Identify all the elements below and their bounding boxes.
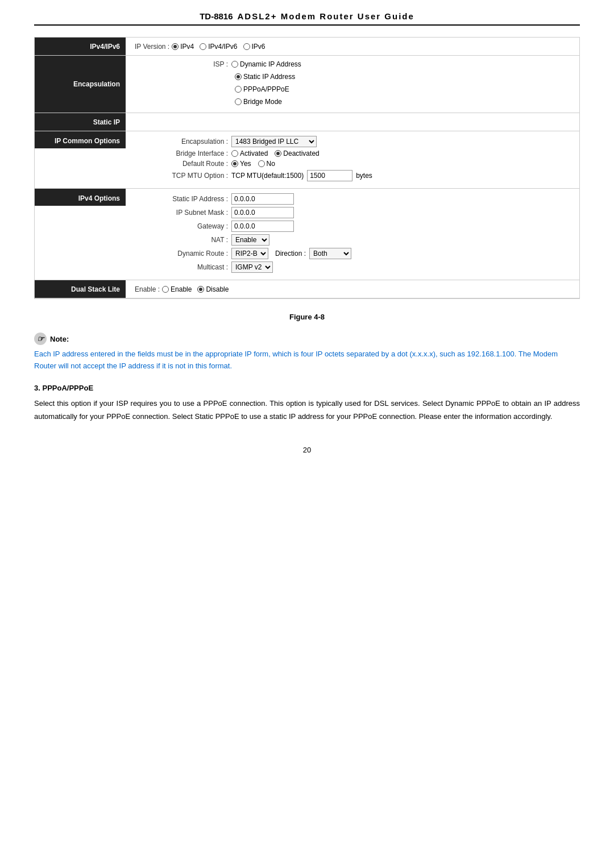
- static-ip-address-row: Static IP Address :: [135, 193, 570, 205]
- radio-disable-label: Disable: [206, 285, 229, 293]
- ip-common-options-content: Encapsulation : 1483 Bridged IP LLC Brid…: [126, 131, 579, 188]
- radio-ipv6[interactable]: IPv6: [243, 43, 265, 51]
- radio-no-label: No: [267, 160, 275, 168]
- bridge-interface-form-label: Bridge Interface :: [135, 149, 231, 157]
- gateway-value: [231, 221, 294, 232]
- tcp-mtu-input[interactable]: [307, 170, 352, 181]
- default-route-form-row: Default Route : Yes No: [135, 160, 570, 168]
- gateway-label: Gateway :: [135, 222, 231, 230]
- figure-caption: Figure 4-8: [34, 308, 580, 323]
- isp-options: Dynamic IP Address: [231, 60, 301, 68]
- radio-deactivated-circle[interactable]: [275, 150, 281, 157]
- radio-activated-label: Activated: [240, 149, 268, 157]
- enable-label: Enable :: [135, 285, 160, 293]
- ipv4-options-label: IPv4 Options: [35, 189, 126, 206]
- isp-static-row: Static IP Address: [235, 73, 295, 81]
- gateway-row: Gateway :: [135, 221, 570, 232]
- section3-heading: PPPoA/PPPoE: [42, 384, 93, 392]
- dynamic-route-value: RIP2-B Direction : Both In Only Out Only: [231, 248, 351, 259]
- radio-ipv4ipv6-circle[interactable]: [200, 43, 206, 50]
- encapsulation-select[interactable]: 1483 Bridged IP LLC: [231, 136, 317, 147]
- dual-stack-lite-content: Enable : Enable Disable: [126, 280, 579, 298]
- section3-title: 3. PPPoA/PPPoE: [34, 384, 580, 392]
- isp-pppoa-row: PPPoA/PPPoE: [235, 85, 289, 93]
- radio-disable-circle[interactable]: [197, 286, 204, 293]
- tcp-mtu-text: TCP MTU(default:1500): [231, 172, 304, 180]
- dual-stack-lite-row: Dual Stack Lite Enable : Enable Disable: [35, 280, 579, 298]
- ip-version-radio-group: IPv4 IPv4/IPv6 IPv6: [172, 43, 265, 51]
- radio-dynamic-ip[interactable]: Dynamic IP Address: [231, 60, 301, 68]
- radio-enable-circle[interactable]: [162, 286, 169, 293]
- radio-dynamic-ip-circle[interactable]: [231, 61, 238, 68]
- section3-number: 3.: [34, 384, 40, 392]
- static-ip-content: [126, 113, 579, 131]
- radio-ipv4-label: IPv4: [180, 43, 194, 51]
- ipv4ipv6-content: IP Version : IPv4 IPv4/IPv6 IPv6: [126, 38, 579, 55]
- encapsulation-label: Encapsulation: [35, 56, 126, 113]
- radio-activated-circle[interactable]: [231, 150, 238, 157]
- radio-pppoa[interactable]: PPPoA/PPPoE: [235, 85, 289, 93]
- radio-static-ip-circle[interactable]: [235, 73, 242, 80]
- radio-activated[interactable]: Activated: [231, 149, 268, 157]
- note-icon: ☞: [34, 333, 47, 345]
- ip-version-label: IP Version :: [135, 43, 169, 51]
- radio-bridge-circle[interactable]: [235, 98, 242, 105]
- tcp-mtu-form-label: TCP MTU Option :: [135, 172, 231, 180]
- radio-ipv6-circle[interactable]: [243, 43, 250, 50]
- bridge-interface-value: Activated Deactivated: [231, 149, 320, 157]
- encap-form-label: Encapsulation :: [135, 138, 231, 146]
- page-number: 20: [34, 446, 580, 454]
- section3: 3. PPPoA/PPPoE Select this option if you…: [34, 384, 580, 423]
- radio-deactivated[interactable]: Deactivated: [275, 149, 319, 157]
- radio-static-ip-label: Static IP Address: [243, 73, 295, 81]
- default-route-form-label: Default Route :: [135, 160, 231, 168]
- encapsulation-form-row: Encapsulation : 1483 Bridged IP LLC: [135, 136, 570, 147]
- ip-common-options-label: IP Common Options: [35, 131, 126, 148]
- radio-pppoa-circle[interactable]: [235, 86, 242, 93]
- isp-bridge-row: Bridge Mode: [235, 98, 282, 106]
- radio-ipv4-circle[interactable]: [172, 43, 179, 50]
- note-label: Note:: [50, 335, 69, 343]
- multicast-select[interactable]: IGMP v2 IGMP v1 Disabled: [231, 261, 273, 273]
- static-ip-address-label: Static IP Address :: [135, 195, 231, 203]
- static-ip-label: Static IP: [35, 113, 126, 131]
- radio-bridge[interactable]: Bridge Mode: [235, 98, 282, 106]
- subnet-mask-label: IP Subnet Mask :: [135, 209, 231, 217]
- direction-select[interactable]: Both In Only Out Only: [309, 248, 351, 259]
- dual-stack-enable-group: Enable Disable: [162, 285, 229, 293]
- nat-row: NAT : Enable Disable: [135, 234, 570, 246]
- dynamic-route-select[interactable]: RIP2-B: [231, 248, 268, 259]
- bridge-interface-form-row: Bridge Interface : Activated Deactivated: [135, 149, 570, 157]
- radio-deactivated-label: Deactivated: [283, 149, 319, 157]
- ipv4ipv6-row: IPv4/IPv6 IP Version : IPv4 IPv4/IPv6 IP…: [35, 38, 579, 56]
- subnet-mask-input[interactable]: [231, 207, 294, 218]
- radio-ipv6-label: IPv6: [252, 43, 265, 51]
- nat-label: NAT :: [135, 236, 231, 244]
- encapsulation-row: Encapsulation ISP : Dynamic IP Address S…: [35, 56, 579, 113]
- figure-box: IPv4/IPv6 IP Version : IPv4 IPv4/IPv6 IP…: [34, 37, 580, 299]
- radio-yes-label: Yes: [240, 160, 251, 168]
- subnet-mask-row: IP Subnet Mask :: [135, 207, 570, 218]
- dynamic-route-row: Dynamic Route : RIP2-B Direction : Both …: [135, 248, 570, 259]
- radio-enable[interactable]: Enable: [162, 285, 192, 293]
- radio-enable-label: Enable: [171, 285, 192, 293]
- note-header: ☞ Note:: [34, 333, 580, 345]
- radio-no[interactable]: No: [258, 160, 275, 168]
- nat-select[interactable]: Enable Disable: [231, 234, 269, 246]
- radio-ipv4[interactable]: IPv4: [172, 43, 194, 51]
- isp-row: ISP : Dynamic IP Address: [135, 60, 301, 68]
- static-ip-address-input[interactable]: [231, 193, 294, 205]
- multicast-row: Multicast : IGMP v2 IGMP v1 Disabled: [135, 261, 570, 273]
- ipv4-options-content: Static IP Address : IP Subnet Mask : Gat…: [126, 189, 579, 280]
- radio-yes[interactable]: Yes: [231, 160, 251, 168]
- radio-ipv4ipv6[interactable]: IPv4/IPv6: [200, 43, 237, 51]
- note-section: ☞ Note: Each IP address entered in the f…: [34, 333, 580, 372]
- multicast-label: Multicast :: [135, 263, 231, 271]
- radio-static-ip[interactable]: Static IP Address: [235, 73, 295, 81]
- direction-label: Direction :: [275, 250, 306, 258]
- radio-disable[interactable]: Disable: [197, 285, 229, 293]
- gateway-input[interactable]: [231, 221, 294, 232]
- radio-no-circle[interactable]: [258, 160, 265, 167]
- radio-yes-circle[interactable]: [231, 160, 238, 167]
- dynamic-route-label: Dynamic Route :: [135, 250, 231, 258]
